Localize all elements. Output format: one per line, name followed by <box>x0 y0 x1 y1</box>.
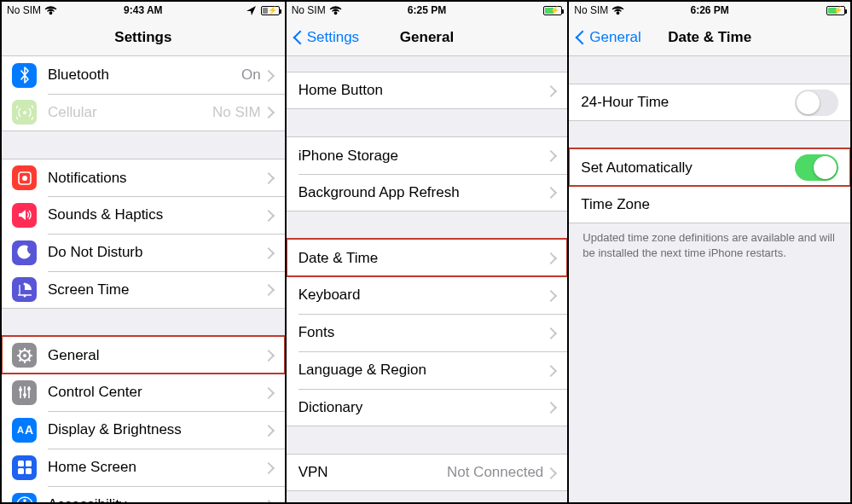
cell-label: Background App Refresh <box>298 184 549 201</box>
group-spacer <box>287 56 568 72</box>
chevron-left-icon <box>576 29 586 46</box>
cell-label: Display & Brightness <box>48 421 266 438</box>
cell-set-automatically[interactable]: Set Automatically <box>569 148 850 186</box>
toggle-switch[interactable] <box>795 90 838 116</box>
cell-label: Accessibility <box>48 496 266 502</box>
cell-home-button[interactable]: Home Button <box>287 72 568 109</box>
svg-rect-23 <box>18 461 24 466</box>
group-spacer <box>2 131 285 159</box>
svg-line-14 <box>28 350 30 351</box>
nav-bar: Settings General <box>287 19 568 56</box>
cell-label: Sounds & Haptics <box>48 206 266 223</box>
cell-vpn[interactable]: VPN Not Connected <box>287 454 568 491</box>
nav-title: General <box>400 29 454 46</box>
nav-back-button[interactable]: General <box>576 19 640 55</box>
status-time: 9:43 AM <box>2 4 285 16</box>
cell-label: Home Button <box>298 82 549 99</box>
nav-back-label: Settings <box>307 29 359 46</box>
svg-text:A: A <box>25 424 33 436</box>
chevron-right-icon <box>266 247 273 258</box>
group-spacer <box>287 109 568 136</box>
cell-group: Notifications Sounds & Haptics Do Not Di… <box>2 159 285 309</box>
status-time: 6:25 PM <box>287 4 568 16</box>
notifications-icon <box>12 165 37 190</box>
cell-group: Date & Time Keyboard Fonts Language & Re… <box>287 239 568 426</box>
svg-point-0 <box>23 111 26 114</box>
group-spacer <box>569 121 850 148</box>
cell-label: Home Screen <box>48 459 266 476</box>
cell-group: 24-Hour Time <box>569 84 850 121</box>
cell-label: iPhone Storage <box>298 148 549 165</box>
group-spacer <box>2 309 285 336</box>
chevron-right-icon <box>266 210 273 221</box>
cell-time-zone[interactable]: Time Zone <box>569 186 850 223</box>
cell-general[interactable]: General <box>2 336 285 374</box>
svg-point-18 <box>19 388 22 391</box>
svg-text:A: A <box>17 425 24 435</box>
cell-label: 24-Hour Time <box>581 94 795 111</box>
cell-label: General <box>48 347 266 364</box>
accessibility-icon <box>12 493 37 503</box>
chevron-right-icon <box>548 327 555 339</box>
chevron-right-icon <box>266 350 273 361</box>
cell-accessibility[interactable]: Accessibility <box>2 486 285 502</box>
cell-bluetooth[interactable]: Bluetooth On <box>2 56 285 94</box>
cell-screen-time[interactable]: Screen Time <box>2 271 285 309</box>
cell-language-region[interactable]: Language & Region <box>287 351 568 389</box>
chevron-right-icon <box>548 187 555 198</box>
dnd-icon <box>12 240 37 265</box>
cell-label: Cellular <box>48 104 212 121</box>
cell-home-screen[interactable]: Home Screen <box>2 449 285 486</box>
chevron-right-icon <box>266 172 273 183</box>
cell-value: On <box>241 67 261 84</box>
cell-group: Set Automatically Time Zone <box>569 148 850 223</box>
cell-label: Notifications <box>48 170 266 187</box>
cell-background-app-refresh[interactable]: Background App Refresh <box>287 174 568 211</box>
toggle-switch[interactable] <box>795 154 838 181</box>
nav-back-button[interactable]: Settings <box>293 19 359 55</box>
chevron-left-icon <box>293 29 304 46</box>
svg-line-13 <box>19 359 20 361</box>
nav-title: Settings <box>114 29 171 46</box>
cell-control-center[interactable]: Control Center <box>2 374 285 411</box>
cell-group: VPN Not Connected <box>287 454 568 491</box>
cell-group: iPhone Storage Background App Refresh <box>287 136 568 211</box>
cell-do-not-disturb[interactable]: Do Not Disturb <box>2 234 285 271</box>
chevron-right-icon <box>548 365 555 376</box>
screentime-icon <box>12 277 37 302</box>
group-spacer <box>569 56 850 84</box>
cell-cellular[interactable]: Cellular No SIM <box>2 94 285 131</box>
cell-iphone-storage[interactable]: iPhone Storage <box>287 136 568 174</box>
svg-point-6 <box>23 354 26 357</box>
cell-sounds-haptics[interactable]: Sounds & Haptics <box>2 196 285 234</box>
cell-display-brightness[interactable]: AA Display & Brightness <box>2 411 285 449</box>
cell-keyboard[interactable]: Keyboard <box>287 276 568 314</box>
cell-dictionary[interactable]: Dictionary <box>287 389 568 426</box>
cell-fonts[interactable]: Fonts <box>287 314 568 351</box>
chevron-right-icon <box>548 290 555 301</box>
group-spacer <box>287 211 568 239</box>
controlcenter-icon <box>12 380 37 405</box>
svg-rect-25 <box>18 468 24 474</box>
chevron-right-icon <box>266 500 273 503</box>
cell-group: General Control Center AA Display & Brig… <box>2 336 285 502</box>
battery-icon: ⚡ <box>259 6 280 15</box>
cellular-icon <box>12 100 37 125</box>
cell-24-hour-time[interactable]: 24-Hour Time <box>569 84 850 121</box>
footer-note: Updated time zone definitions are availa… <box>569 223 850 267</box>
cell-label: Keyboard <box>298 287 549 304</box>
cell-label: Date & Time <box>298 250 549 267</box>
status-bar: No SIM 9:43 AM ⚡ <box>2 2 285 19</box>
cell-date-time[interactable]: Date & Time <box>287 239 568 276</box>
nav-back-label: General <box>589 29 640 46</box>
group-spacer <box>287 426 568 454</box>
nav-title: Date & Time <box>668 29 751 46</box>
pane: No SIM 6:25 PM ⚡ Settings General Home B… <box>285 2 568 502</box>
nav-bar: General Date & Time <box>569 19 850 56</box>
cell-label: Dictionary <box>298 399 549 416</box>
chevron-right-icon <box>266 284 273 295</box>
cell-notifications[interactable]: Notifications <box>2 159 285 196</box>
chevron-right-icon <box>266 107 273 118</box>
status-time: 6:26 PM <box>569 4 850 16</box>
sounds-icon <box>12 203 37 228</box>
